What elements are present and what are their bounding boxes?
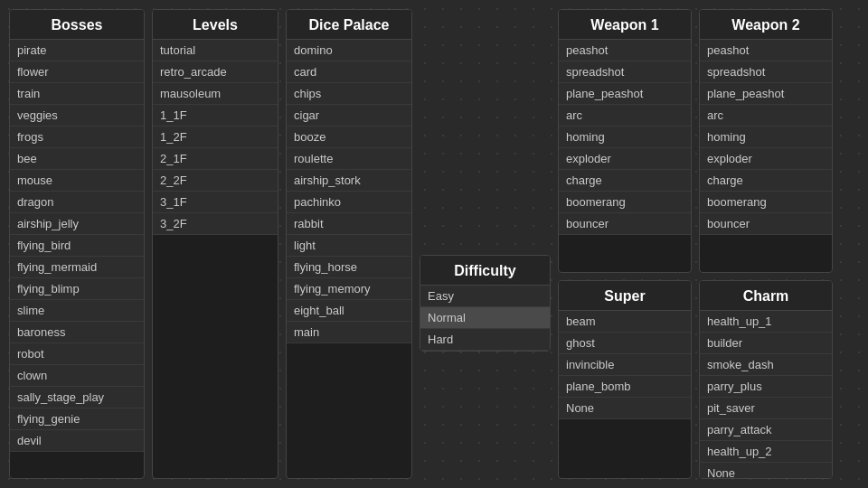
charm-title: Charm [700,281,832,311]
list-item[interactable]: pit_saver [700,398,832,419]
list-item[interactable]: chips [287,83,411,105]
list-item[interactable]: flying_genie [10,408,144,430]
list-item[interactable]: retro_arcade [153,61,278,83]
list-item[interactable]: homing [700,127,832,148]
list-item[interactable]: peashot [559,40,691,61]
list-item[interactable]: health_up_2 [700,441,832,463]
list-item[interactable]: clown [10,365,144,387]
list-item[interactable]: exploder [700,148,832,170]
bosses-panel: Bosses pirateflowertrainveggiesfrogsbeem… [9,9,145,479]
bosses-list: pirateflowertrainveggiesfrogsbeemousedra… [10,40,144,478]
right-top: Weapon 1 peashotspreadshotplane_peashota… [558,9,859,273]
list-item[interactable]: sally_stage_play [10,387,144,408]
difficulty-list: EasyNormalHard [420,286,550,351]
list-item[interactable]: flying_memory [287,278,411,300]
list-item[interactable]: parry_attack [700,419,832,441]
list-item[interactable]: mouse [10,170,144,192]
list-item[interactable]: airship_stork [287,170,411,192]
list-item[interactable]: light [287,235,411,257]
list-item[interactable]: flying_bird [10,235,144,257]
list-item[interactable]: card [287,61,411,83]
main-layout: Bosses pirateflowertrainveggiesfrogsbeem… [0,0,868,488]
list-item[interactable]: frogs [10,127,144,148]
list-item[interactable]: devil [10,430,144,452]
weapon1-list: peashotspreadshotplane_peashotarchominge… [559,40,691,272]
super-panel: Super beamghostinvincibleplane_bombNone [558,280,692,479]
weapon2-list: peashotspreadshotplane_peashotarchominge… [700,40,832,272]
list-item[interactable]: arc [559,105,691,127]
list-item[interactable]: pachinko [287,192,411,213]
list-item[interactable]: mausoleum [153,83,278,105]
list-item[interactable]: flying_horse [287,257,411,278]
list-item[interactable]: bouncer [700,213,832,235]
list-item[interactable]: health_up_1 [700,311,832,333]
list-item[interactable]: airship_jelly [10,213,144,235]
list-item[interactable]: 1_2F [153,127,278,148]
list-item[interactable]: None [559,398,691,419]
list-item[interactable]: pirate [10,40,144,61]
list-item[interactable]: roulette [287,148,411,170]
list-item[interactable]: bee [10,148,144,170]
list-item[interactable]: 3_1F [153,192,278,213]
bosses-title: Bosses [10,10,144,40]
list-item[interactable]: flying_blimp [10,278,144,300]
dicepalace-list: dominocardchipscigarboozerouletteairship… [287,40,411,478]
list-item[interactable]: veggies [10,105,144,127]
difficulty-panel: Difficulty EasyNormalHard [420,255,551,352]
list-item[interactable]: charge [700,170,832,192]
list-item[interactable]: 3_2F [153,213,278,235]
list-item[interactable]: plane_bomb [559,376,691,398]
levels-list: tutorialretro_arcademausoleum1_1F1_2F2_1… [153,40,278,478]
weapon2-panel: Weapon 2 peashotspreadshotplane_peashota… [699,9,833,273]
list-item[interactable]: Easy [420,286,550,307]
charm-panel: Charm health_up_1buildersmoke_dashparry_… [699,280,833,479]
list-item[interactable]: ghost [559,333,691,354]
list-item[interactable]: rabbit [287,213,411,235]
list-item[interactable]: Normal [420,307,550,329]
list-item[interactable]: homing [559,127,691,148]
list-item[interactable]: flying_mermaid [10,257,144,278]
list-item[interactable]: baroness [10,322,144,343]
list-item[interactable]: 2_2F [153,170,278,192]
list-item[interactable]: eight_ball [287,300,411,322]
right-bottom: Super beamghostinvincibleplane_bombNone … [558,280,859,479]
super-title: Super [559,281,691,311]
list-item[interactable]: exploder [559,148,691,170]
super-list: beamghostinvincibleplane_bombNone [559,311,691,478]
list-item[interactable]: beam [559,311,691,333]
list-item[interactable]: 1_1F [153,105,278,127]
right-section: Weapon 1 peashotspreadshotplane_peashota… [558,9,859,479]
list-item[interactable]: invincible [559,354,691,376]
dicepalace-title: Dice Palace [287,10,411,40]
list-item[interactable]: plane_peashot [559,83,691,105]
list-item[interactable]: arc [700,105,832,127]
list-item[interactable]: train [10,83,144,105]
list-item[interactable]: domino [287,40,411,61]
list-item[interactable]: plane_peashot [700,83,832,105]
list-item[interactable]: boomerang [700,192,832,213]
list-item[interactable]: smoke_dash [700,354,832,376]
list-item[interactable]: charge [559,170,691,192]
list-item[interactable]: main [287,322,411,343]
dicepalace-panel: Dice Palace dominocardchipscigarboozerou… [286,9,412,479]
list-item[interactable]: robot [10,343,144,365]
weapon1-panel: Weapon 1 peashotspreadshotplane_peashota… [558,9,692,273]
list-item[interactable]: dragon [10,192,144,213]
list-item[interactable]: spreadshot [700,61,832,83]
list-item[interactable]: parry_plus [700,376,832,398]
list-item[interactable]: spreadshot [559,61,691,83]
list-item[interactable]: bouncer [559,213,691,235]
list-item[interactable]: builder [700,333,832,354]
list-item[interactable]: boomerang [559,192,691,213]
list-item[interactable]: flower [10,61,144,83]
charm-list: health_up_1buildersmoke_dashparry_pluspi… [700,311,832,478]
list-item[interactable]: slime [10,300,144,322]
list-item[interactable]: None [700,463,832,478]
list-item[interactable]: Hard [420,329,550,351]
list-item[interactable]: 2_1F [153,148,278,170]
list-item[interactable]: peashot [700,40,832,61]
list-item[interactable]: booze [287,127,411,148]
list-item[interactable]: tutorial [153,40,278,61]
list-item[interactable]: cigar [287,105,411,127]
levels-title: Levels [153,10,278,40]
